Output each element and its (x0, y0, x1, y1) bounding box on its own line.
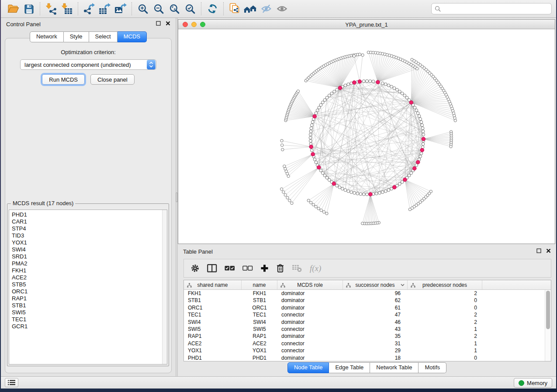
float-table-panel-button[interactable] (536, 248, 541, 253)
result-node[interactable]: SRD1 (9, 253, 162, 260)
table-row[interactable]: PHD1PHD1dominator180 (184, 354, 545, 361)
result-node[interactable]: SWI5 (9, 309, 162, 316)
deselect-all-button[interactable] (242, 263, 253, 274)
result-node[interactable]: SWI4 (9, 246, 162, 253)
table-cell[interactable]: 0 (408, 304, 482, 311)
table-cell[interactable]: dominator (277, 333, 343, 340)
result-node[interactable]: ORC1 (9, 288, 162, 295)
result-node[interactable]: TID3 (9, 232, 162, 239)
hide-selected-button[interactable] (258, 1, 274, 16)
delete-column-button[interactable] (276, 263, 284, 274)
table-cell[interactable]: 2 (408, 311, 482, 318)
tab-network[interactable]: Network (30, 31, 64, 42)
criterion-select[interactable]: largest connected component (undirected) (20, 59, 156, 70)
table-row[interactable]: SWI4SWI4dominator462 (184, 319, 545, 326)
zoom-out-button[interactable] (151, 1, 166, 16)
table-cell[interactable]: dominator (277, 354, 343, 361)
table-cell[interactable]: PHD1 (242, 354, 277, 361)
table-cell[interactable]: dominator (277, 290, 343, 297)
table-cell[interactable]: dominator (277, 297, 343, 304)
table-cell[interactable]: 62 (343, 297, 408, 304)
import-network-button[interactable] (43, 1, 59, 16)
table-scrollbar-thumb[interactable] (546, 291, 550, 329)
result-node[interactable]: STB5 (9, 281, 162, 288)
zoom-fit-button[interactable] (166, 1, 182, 16)
zoom-selected-button[interactable] (182, 1, 198, 16)
table-cell[interactable]: connector (277, 326, 343, 333)
run-mcds-button[interactable]: Run MCDS (42, 74, 85, 85)
table-cell[interactable]: TEC1 (184, 311, 242, 318)
import-table-button[interactable] (59, 1, 75, 16)
table-cell[interactable]: ORC1 (242, 304, 277, 311)
table-cell[interactable]: connector (277, 340, 343, 347)
close-panel-button-mcds[interactable]: Close panel (90, 74, 135, 85)
table-cell[interactable]: STB1 (184, 297, 242, 304)
result-node[interactable]: STB1 (9, 302, 162, 309)
table-cell[interactable]: 1 (408, 347, 482, 354)
table-cell[interactable]: ORC1 (184, 304, 242, 311)
table-cell[interactable]: 43 (343, 326, 408, 333)
table-cell[interactable]: FKH1 (184, 290, 242, 297)
export-image-button[interactable] (113, 1, 128, 16)
result-node[interactable]: GCR1 (9, 323, 162, 330)
table-cell[interactable]: YOX1 (184, 347, 242, 354)
table-cell[interactable]: 29 (343, 347, 408, 354)
panel-selector-button[interactable] (5, 378, 18, 387)
table-cell[interactable]: 46 (343, 319, 408, 326)
export-table-button[interactable] (97, 1, 113, 16)
table-cell[interactable]: 1 (408, 326, 482, 333)
tab-mcds[interactable]: MCDS (118, 31, 147, 42)
result-node[interactable]: PHD1 (9, 211, 162, 218)
close-panel-button[interactable] (166, 21, 170, 26)
result-node[interactable]: YOX1 (9, 239, 162, 246)
table-cell[interactable]: 0 (408, 354, 482, 361)
export-network-button[interactable] (81, 1, 97, 16)
close-table-panel-button[interactable] (546, 248, 551, 253)
show-columns-button[interactable] (207, 263, 217, 274)
column-header-name[interactable]: name (242, 280, 277, 289)
table-cell[interactable]: connector (277, 311, 343, 318)
table-cell[interactable]: 1 (408, 340, 482, 347)
table-settings-button[interactable] (190, 263, 200, 274)
table-row[interactable]: TEC1TEC1connector472 (184, 311, 545, 318)
result-node[interactable]: CAR1 (9, 218, 162, 225)
table-cell[interactable]: TEC1 (242, 311, 277, 318)
zoom-in-button[interactable] (135, 1, 151, 16)
float-panel-button[interactable] (156, 21, 161, 26)
table-cell[interactable]: FKH1 (242, 290, 277, 297)
table-cell[interactable]: 61 (343, 304, 408, 311)
column-header-shared-name[interactable]: shared name (184, 280, 242, 289)
network-canvas[interactable] (178, 30, 555, 244)
duplicate-network-button[interactable] (227, 1, 242, 16)
table-cell[interactable]: 2 (408, 319, 482, 326)
result-node[interactable]: TEC1 (9, 316, 162, 323)
table-cell[interactable]: PHD1 (184, 354, 242, 361)
select-all-button[interactable] (225, 263, 235, 274)
column-header-predecessor-nodes[interactable]: predecessor nodes (408, 280, 482, 289)
table-cell[interactable]: dominator (277, 304, 343, 311)
table-cell[interactable]: ACE2 (184, 340, 242, 347)
table-cell[interactable]: dominator (277, 319, 343, 326)
table-cell[interactable]: connector (277, 347, 343, 354)
table-cell[interactable]: RAP1 (184, 333, 242, 340)
table-row[interactable]: ORC1ORC1dominator610 (184, 304, 545, 311)
result-node[interactable]: RAP1 (9, 295, 162, 302)
table-cell[interactable]: 2 (408, 333, 482, 340)
table-cell[interactable]: SWI4 (184, 319, 242, 326)
table-cell[interactable]: 0 (408, 297, 482, 304)
refresh-view-button[interactable] (204, 1, 220, 16)
column-header-mcds-role[interactable]: MCDS role (277, 280, 343, 289)
table-cell[interactable]: 47 (343, 311, 408, 318)
table-row[interactable]: YOX1YOX1connector291 (184, 347, 545, 354)
table-row[interactable]: SWI5SWI5connector431 (184, 326, 545, 333)
table-cell[interactable]: SWI4 (242, 319, 277, 326)
save-session-button[interactable] (21, 1, 37, 16)
add-column-button[interactable] (260, 263, 269, 274)
table-cell[interactable]: RAP1 (242, 333, 277, 340)
column-header-successor-nodes[interactable]: successor nodes (343, 280, 408, 289)
tab-select[interactable]: Select (89, 31, 118, 42)
table-cell[interactable]: ACE2 (242, 340, 277, 347)
open-file-button[interactable] (5, 1, 21, 16)
show-all-button[interactable] (274, 1, 290, 16)
delete-table-button[interactable] (292, 263, 302, 274)
